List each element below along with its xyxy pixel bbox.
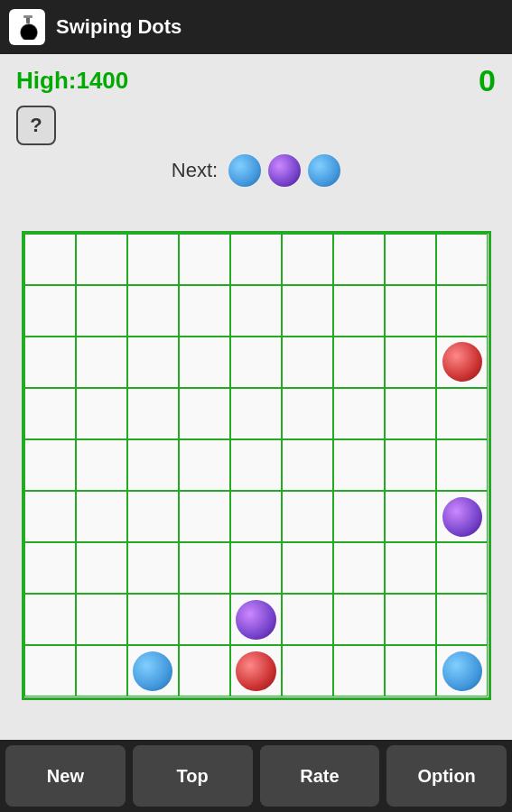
grid-cell[interactable] xyxy=(24,285,76,337)
grid-cell[interactable] xyxy=(179,285,230,337)
grid-cell[interactable] xyxy=(24,337,76,388)
grid-cell[interactable] xyxy=(76,645,127,697)
grid-container xyxy=(0,194,512,740)
grid-cell[interactable] xyxy=(230,234,282,285)
grid-cell[interactable] xyxy=(24,645,76,697)
bottom-bar: New Top Rate Option xyxy=(0,740,512,812)
grid-cell[interactable] xyxy=(436,337,488,388)
grid-cell[interactable] xyxy=(282,439,333,491)
grid-cell[interactable] xyxy=(76,388,127,439)
grid-cell[interactable] xyxy=(179,594,230,645)
grid-cell[interactable] xyxy=(76,285,127,337)
grid-cell[interactable] xyxy=(282,645,333,697)
grid-cell[interactable] xyxy=(230,388,282,439)
grid-cell[interactable] xyxy=(76,439,127,491)
grid-cell[interactable] xyxy=(385,337,436,388)
ball-purple xyxy=(236,600,275,640)
grid-cell[interactable] xyxy=(436,491,488,542)
grid-cell[interactable] xyxy=(230,337,282,388)
grid-cell[interactable] xyxy=(436,594,488,645)
grid-cell[interactable] xyxy=(179,439,230,491)
grid-cell[interactable] xyxy=(333,285,385,337)
grid-cell[interactable] xyxy=(436,542,488,594)
grid-cell[interactable] xyxy=(230,594,282,645)
game-grid[interactable] xyxy=(22,231,491,700)
grid-cell[interactable] xyxy=(333,542,385,594)
next-label: Next: xyxy=(172,159,218,182)
grid-cell[interactable] xyxy=(76,594,127,645)
grid-cell[interactable] xyxy=(127,542,179,594)
grid-cell[interactable] xyxy=(76,234,127,285)
grid-cell[interactable] xyxy=(230,439,282,491)
grid-cell[interactable] xyxy=(282,388,333,439)
grid-cell[interactable] xyxy=(179,542,230,594)
grid-cell[interactable] xyxy=(179,234,230,285)
grid-cell[interactable] xyxy=(179,645,230,697)
help-button[interactable]: ? xyxy=(16,106,56,145)
grid-cell[interactable] xyxy=(179,388,230,439)
grid-cell[interactable] xyxy=(282,285,333,337)
grid-cell[interactable] xyxy=(230,645,282,697)
high-value: 1400 xyxy=(76,67,128,94)
new-button[interactable]: New xyxy=(5,745,126,807)
score-area: High:1400 0 xyxy=(0,54,512,102)
ball-blue xyxy=(133,651,172,691)
grid-cell[interactable] xyxy=(127,234,179,285)
grid-cell[interactable] xyxy=(127,388,179,439)
grid-cell[interactable] xyxy=(436,645,488,697)
grid-cell[interactable] xyxy=(333,234,385,285)
grid-cell[interactable] xyxy=(230,491,282,542)
svg-rect-3 xyxy=(23,15,33,18)
grid-cell[interactable] xyxy=(385,439,436,491)
grid-cell[interactable] xyxy=(385,388,436,439)
ball-red xyxy=(236,651,275,691)
grid-cell[interactable] xyxy=(436,388,488,439)
grid-cell[interactable] xyxy=(333,645,385,697)
grid-cell[interactable] xyxy=(76,337,127,388)
option-button[interactable]: Option xyxy=(386,745,507,807)
grid-cell[interactable] xyxy=(127,439,179,491)
grid-cell[interactable] xyxy=(127,645,179,697)
grid-cell[interactable] xyxy=(333,594,385,645)
grid-cell[interactable] xyxy=(282,337,333,388)
grid-cell[interactable] xyxy=(385,645,436,697)
grid-cell[interactable] xyxy=(24,542,76,594)
grid-cell[interactable] xyxy=(385,234,436,285)
grid-cell[interactable] xyxy=(24,234,76,285)
grid-cell[interactable] xyxy=(127,285,179,337)
grid-cell[interactable] xyxy=(179,491,230,542)
grid-cell[interactable] xyxy=(333,439,385,491)
grid-cell[interactable] xyxy=(385,491,436,542)
grid-cell[interactable] xyxy=(436,234,488,285)
grid-cell[interactable] xyxy=(385,594,436,645)
title-bar: Swiping Dots xyxy=(0,0,512,54)
grid-cell[interactable] xyxy=(127,594,179,645)
grid-cell[interactable] xyxy=(333,491,385,542)
grid-cell[interactable] xyxy=(282,491,333,542)
grid-cell[interactable] xyxy=(230,285,282,337)
top-button[interactable]: Top xyxy=(133,745,253,807)
app-icon xyxy=(9,9,45,45)
ball-purple xyxy=(442,497,482,537)
grid-cell[interactable] xyxy=(127,337,179,388)
grid-cell[interactable] xyxy=(333,388,385,439)
grid-cell[interactable] xyxy=(24,388,76,439)
current-score: 0 xyxy=(479,63,496,98)
grid-cell[interactable] xyxy=(333,337,385,388)
grid-cell[interactable] xyxy=(436,285,488,337)
grid-cell[interactable] xyxy=(436,439,488,491)
rate-button[interactable]: Rate xyxy=(260,745,380,807)
grid-cell[interactable] xyxy=(24,439,76,491)
grid-cell[interactable] xyxy=(24,594,76,645)
grid-cell[interactable] xyxy=(24,491,76,542)
grid-cell[interactable] xyxy=(282,594,333,645)
grid-cell[interactable] xyxy=(385,285,436,337)
grid-cell[interactable] xyxy=(230,542,282,594)
grid-cell[interactable] xyxy=(282,542,333,594)
grid-cell[interactable] xyxy=(385,542,436,594)
grid-cell[interactable] xyxy=(127,491,179,542)
grid-cell[interactable] xyxy=(282,234,333,285)
grid-cell[interactable] xyxy=(76,542,127,594)
grid-cell[interactable] xyxy=(179,337,230,388)
grid-cell[interactable] xyxy=(76,491,127,542)
